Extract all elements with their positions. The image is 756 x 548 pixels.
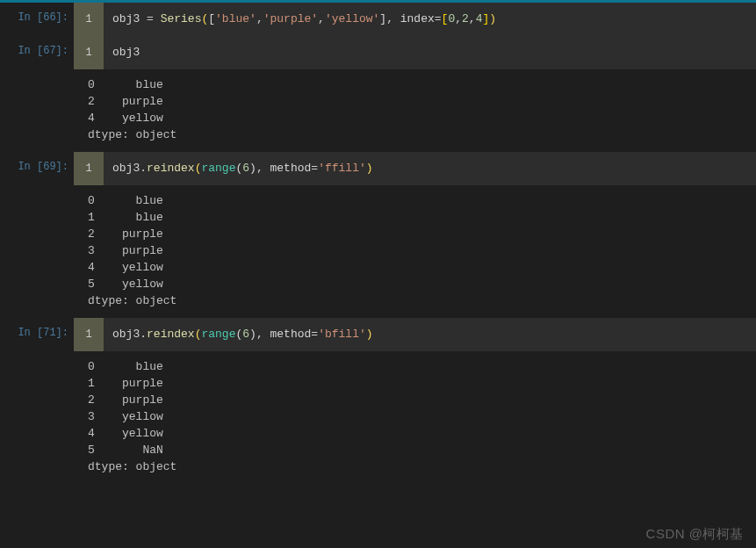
- code-token: =: [147, 12, 161, 25]
- line-number-gutter: 1: [74, 152, 104, 185]
- code-token: reindex: [147, 162, 195, 175]
- code-token: =: [311, 328, 318, 341]
- code-token: obj3: [112, 46, 140, 59]
- code-token: ,: [318, 12, 325, 25]
- code-token: ,: [386, 12, 400, 25]
- code-token: range: [201, 162, 235, 175]
- line-number-gutter: 1: [74, 318, 104, 351]
- cell-output: 0 blue 1 purple 2 purple 3 yellow 4 yell…: [0, 351, 756, 484]
- code-token: ): [249, 162, 256, 175]
- code-token: 'blue': [215, 12, 256, 25]
- code-token: 2: [462, 12, 469, 25]
- code-token: obj3: [112, 328, 140, 341]
- code-token: =: [311, 162, 318, 175]
- code-token: Series: [161, 12, 202, 25]
- code-token: ,: [455, 12, 462, 25]
- code-token: 'yellow': [325, 12, 379, 25]
- code-token: ]: [379, 12, 386, 25]
- code-token: .: [140, 328, 147, 341]
- code-token: 'ffill': [318, 162, 366, 175]
- csdn-watermark: CSDN @柯柯基: [646, 526, 744, 543]
- code-input[interactable]: obj3.reindex(range(6), method='ffill'): [104, 152, 756, 185]
- line-number-gutter: 1: [74, 3, 104, 36]
- code-token: ,: [256, 162, 270, 175]
- input-prompt: In [66]:: [0, 3, 74, 36]
- code-token: method: [270, 162, 312, 175]
- code-token: =: [435, 12, 442, 25]
- code-token: index: [400, 12, 435, 25]
- code-token: 'purple': [263, 12, 318, 25]
- code-input[interactable]: obj3: [104, 36, 756, 69]
- code-input[interactable]: obj3.reindex(range(6), method='bfill'): [104, 318, 756, 351]
- cell-output: 0 blue 2 purple 4 yellow dtype: object: [0, 69, 756, 152]
- code-token: range: [201, 328, 235, 341]
- code-token: obj3: [112, 162, 140, 175]
- code-token: reindex: [147, 328, 195, 341]
- line-number-gutter: 1: [74, 36, 104, 69]
- code-token: ): [366, 162, 373, 175]
- code-token: ,: [256, 328, 270, 341]
- code-token: 6: [242, 162, 249, 175]
- code-token: ,: [256, 12, 263, 25]
- input-prompt: In [71]:: [0, 318, 74, 351]
- code-token: [: [208, 12, 215, 25]
- code-token: obj3: [112, 12, 147, 25]
- code-token: ): [489, 12, 496, 25]
- code-token: ): [366, 328, 373, 341]
- notebook-body: In [66]:1obj3 = Series(['blue','purple',…: [0, 3, 756, 484]
- code-input[interactable]: obj3 = Series(['blue','purple','yellow']…: [104, 3, 756, 36]
- cell-output: 0 blue 1 blue 2 purple 3 purple 4 yellow…: [0, 185, 756, 318]
- input-prompt: In [69]:: [0, 152, 74, 185]
- code-token: ): [249, 328, 256, 341]
- code-token: method: [270, 328, 312, 341]
- code-token: 6: [242, 328, 249, 341]
- code-token: 'bfill': [318, 328, 366, 341]
- code-token: .: [140, 162, 147, 175]
- code-token: ,: [469, 12, 476, 25]
- input-prompt: In [67]:: [0, 36, 74, 69]
